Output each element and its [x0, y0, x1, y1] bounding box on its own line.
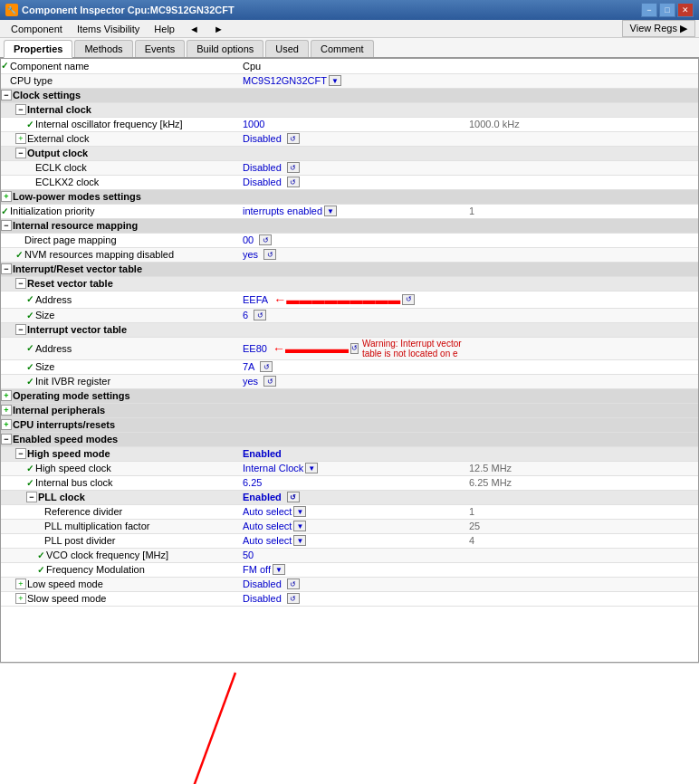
collapse-icon[interactable]: −	[15, 278, 26, 289]
reset-button[interactable]: ↺	[287, 593, 300, 604]
prop-value[interactable]: Internal Clock	[243, 463, 303, 473]
reset-button[interactable]: ↺	[254, 310, 266, 320]
prop-value[interactable]: Auto select	[243, 535, 292, 546]
reset-button[interactable]: ↺	[287, 578, 300, 589]
prop-name: Internal oscillator frequency [kHz]	[35, 119, 183, 129]
expand-icon[interactable]: +	[15, 578, 26, 589]
table-row: +Internal peripherals	[1, 403, 698, 417]
expand-icon[interactable]: +	[1, 405, 12, 416]
table-row: +Slow speed mode Disabled ↺	[1, 591, 698, 606]
menu-items-visibility[interactable]: Items Visibility	[70, 22, 147, 36]
reset-button[interactable]: ↺	[402, 294, 415, 305]
expand-icon[interactable]: +	[1, 390, 12, 401]
table-row: +Low-power modes settings	[1, 189, 698, 204]
menu-back[interactable]: ◄	[182, 22, 206, 36]
table-row: −Interrupt vector table	[1, 322, 698, 337]
table-row: ✓NVM resources mapping disabled yes ↺	[1, 247, 698, 262]
prop-value[interactable]: FM off	[243, 564, 271, 575]
minimize-button[interactable]: −	[641, 3, 657, 17]
arrow-right-icon: ←▬▬▬▬▬▬▬▬▬	[273, 292, 400, 307]
prop-value[interactable]: interrupts enabled	[243, 206, 322, 216]
tab-comment[interactable]: Comment	[311, 40, 374, 57]
tab-events[interactable]: Events	[135, 40, 186, 57]
prop-value[interactable]: 6	[243, 310, 248, 320]
prop-value[interactable]: Disabled	[243, 578, 282, 589]
reset-button[interactable]: ↺	[259, 234, 272, 245]
prop-name: Reference divider	[44, 506, 122, 517]
reset-button[interactable]: ↺	[287, 177, 300, 187]
prop-value[interactable]: yes	[243, 249, 258, 260]
prop-value[interactable]: Cpu	[243, 61, 261, 72]
prop-value[interactable]: Auto select	[243, 506, 292, 517]
expand-icon[interactable]: +	[15, 133, 26, 144]
reset-button[interactable]: ↺	[263, 249, 276, 260]
reset-button[interactable]: ↺	[350, 343, 359, 354]
menu-component[interactable]: Component	[4, 22, 70, 36]
prop-value[interactable]: 1000	[243, 119, 264, 129]
table-row: +External clock Disabled ↺	[1, 131, 698, 146]
expand-icon[interactable]: +	[15, 593, 26, 604]
dropdown-arrow[interactable]: ▼	[324, 206, 337, 216]
section-label: Internal resource mapping	[13, 220, 138, 231]
prop-value[interactable]: Disabled	[243, 177, 282, 187]
dropdown-arrow[interactable]: ▼	[273, 564, 285, 575]
arrow-svg	[0, 664, 699, 784]
dropdown-cell: EE80 ←▬▬▬▬▬ ↺ Warning: Interrupt vector …	[243, 339, 465, 359]
maximize-button[interactable]: □	[659, 3, 675, 17]
main-window: 🔧 Component Inspector Cpu:MC9S12GN32CFT …	[0, 0, 699, 784]
expand-icon[interactable]: +	[1, 191, 12, 202]
collapse-icon[interactable]: −	[15, 448, 26, 459]
tab-methods[interactable]: Methods	[74, 40, 132, 57]
collapse-icon[interactable]: −	[15, 324, 26, 335]
dropdown-arrow[interactable]: ▼	[293, 506, 306, 517]
collapse-icon[interactable]: −	[1, 90, 12, 100]
prop-name: Direct page mapping	[24, 234, 117, 245]
prop-value-eefa[interactable]: EEFA	[243, 294, 268, 305]
dropdown-cell: yes ↺	[243, 376, 465, 387]
table-row: □PLL multiplication factor Auto select ▼…	[1, 519, 698, 533]
table-row: ✓Direct page mapping 00 ↺	[1, 233, 698, 247]
menu-forward[interactable]: ►	[206, 22, 231, 36]
close-button[interactable]: ✕	[677, 3, 694, 17]
check-icon: ✓	[26, 294, 34, 304]
collapse-icon[interactable]: −	[15, 148, 26, 158]
prop-name: Slow speed mode	[27, 593, 106, 604]
dropdown-arrow[interactable]: ▼	[305, 463, 318, 473]
check-icon: ✓	[1, 76, 8, 86]
dropdown-arrow[interactable]: ▼	[293, 521, 306, 531]
collapse-icon[interactable]: −	[1, 220, 12, 231]
prop-name: Low speed mode	[27, 578, 103, 589]
reset-button[interactable]: ↺	[287, 133, 300, 144]
check-icon: ✓	[26, 377, 34, 387]
prop-value-ee80[interactable]: EE80	[243, 343, 267, 354]
prop-value[interactable]: 50	[243, 550, 254, 560]
reset-button[interactable]: ↺	[287, 162, 300, 173]
reset-button[interactable]: ↺	[287, 492, 300, 502]
table-row: ✓ECLK clock Disabled ↺	[1, 160, 698, 175]
view-regs-button[interactable]: View Regs ▶	[622, 20, 695, 37]
prop-value[interactable]: 00	[243, 234, 254, 245]
tab-build-options[interactable]: Build options	[187, 40, 263, 57]
tab-properties[interactable]: Properties	[4, 40, 72, 58]
reset-button[interactable]: ↺	[260, 361, 273, 372]
collapse-icon[interactable]: −	[1, 434, 12, 445]
property-grid: ✓Component name Cpu ✓CPU type MC9S12GN32…	[0, 58, 699, 663]
collapse-icon[interactable]: −	[1, 263, 12, 274]
prop-value[interactable]: MC9S12GN32CFT	[243, 75, 327, 86]
prop-value[interactable]: 6.25	[243, 477, 262, 488]
prop-value[interactable]: Disabled	[243, 593, 282, 604]
dropdown-arrow[interactable]: ▼	[293, 535, 306, 546]
dropdown-arrow[interactable]: ▼	[329, 75, 341, 86]
prop-value[interactable]: yes	[243, 376, 258, 387]
prop-value[interactable]: Disabled	[243, 133, 282, 144]
prop-value[interactable]: 7A	[243, 361, 254, 372]
menu-help[interactable]: Help	[147, 22, 182, 36]
prop-value[interactable]: Auto select	[243, 521, 292, 531]
table-row: ✓Internal oscillator frequency [kHz] 100…	[1, 117, 698, 131]
prop-value[interactable]: Disabled	[243, 162, 282, 173]
tab-used[interactable]: Used	[265, 40, 309, 57]
collapse-icon[interactable]: −	[26, 492, 37, 502]
collapse-icon[interactable]: −	[15, 104, 26, 115]
expand-icon[interactable]: +	[1, 419, 12, 430]
reset-button[interactable]: ↺	[263, 376, 276, 387]
